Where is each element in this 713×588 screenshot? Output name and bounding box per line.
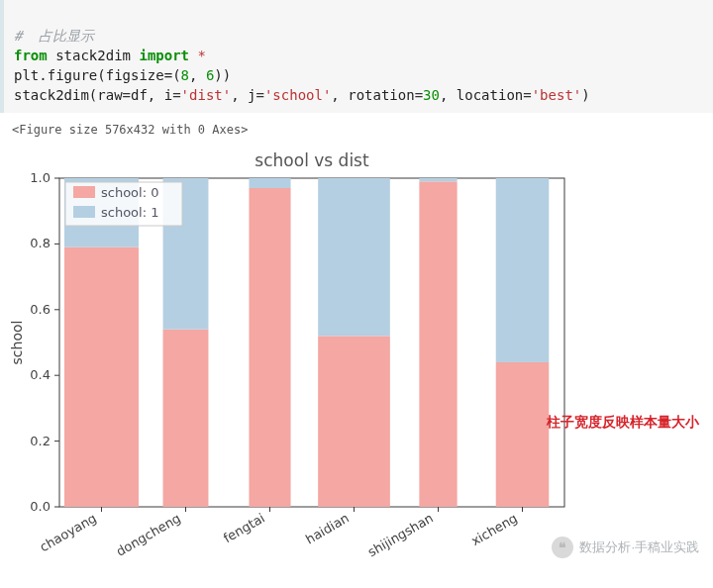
stacked-bar-chart: 0.00.20.40.60.81.0schoolschool vs distch… — [0, 141, 713, 566]
bar-segment — [318, 178, 390, 336]
bar-segment — [318, 336, 390, 507]
x-tick-label: fengtai — [221, 511, 267, 546]
x-tick-label: shijingshan — [365, 511, 436, 560]
x-tick-label: dongcheng — [114, 511, 183, 559]
bar-segment — [419, 178, 457, 181]
legend-swatch — [73, 206, 95, 218]
svg-text:0.6: 0.6 — [30, 302, 51, 317]
chart-annotation: 柱子宽度反映样本量大小 — [547, 414, 699, 432]
legend-swatch — [73, 186, 95, 198]
bar-segment — [419, 181, 457, 507]
bar-segment — [496, 362, 550, 507]
svg-text:0.2: 0.2 — [30, 434, 51, 448]
x-tick-label: chaoyang — [38, 511, 99, 555]
svg-text:school: school — [9, 321, 25, 365]
code-comment: # 占比显示 — [14, 28, 94, 44]
svg-text:0.0: 0.0 — [30, 499, 51, 514]
bar-segment — [249, 188, 290, 507]
code-cell: # 占比显示 from stack2dim import * plt.figur… — [0, 0, 713, 113]
svg-text:0.4: 0.4 — [30, 367, 51, 382]
legend-label: school: 0 — [101, 185, 158, 200]
watermark: ❝ 数据分析·手稿业实践 — [552, 537, 699, 558]
svg-text:0.8: 0.8 — [30, 236, 51, 250]
wechat-icon: ❝ — [552, 537, 573, 558]
x-tick-label: haidian — [303, 511, 352, 547]
bar-segment — [249, 178, 290, 188]
bar-segment — [496, 178, 550, 362]
watermark-text: 数据分析·手稿业实践 — [579, 539, 699, 556]
svg-text:school vs dist: school vs dist — [255, 150, 369, 170]
chart-container: 0.00.20.40.60.81.0schoolschool vs distch… — [0, 141, 713, 566]
legend-label: school: 1 — [101, 205, 158, 220]
figure-repr: <Figure size 576x432 with 0 Axes> — [0, 113, 713, 141]
x-tick-label: xicheng — [468, 511, 520, 549]
bar-segment — [64, 247, 139, 507]
svg-text:1.0: 1.0 — [30, 170, 51, 185]
bar-segment — [163, 330, 209, 507]
